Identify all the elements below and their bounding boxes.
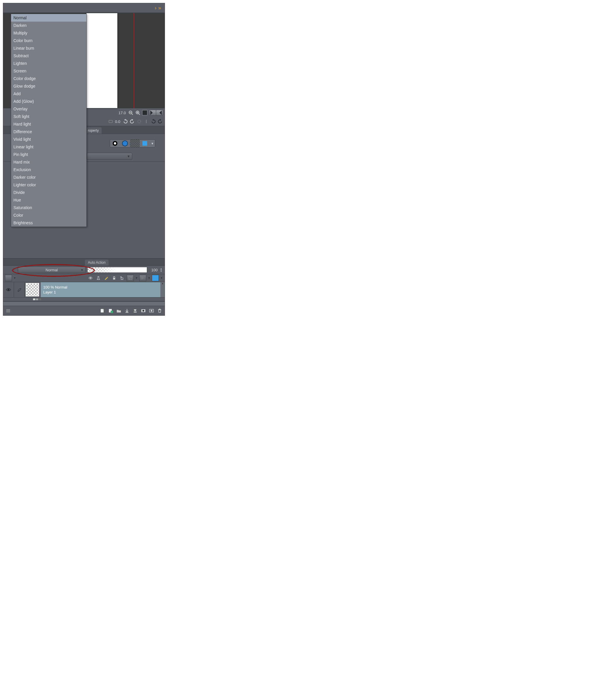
flip-horizontal-button[interactable] — [149, 110, 156, 115]
svg-point-10 — [90, 277, 91, 279]
rotate-right-icon[interactable] — [130, 119, 135, 124]
blend-mode-selected-label: Normal — [46, 268, 58, 272]
blend-mode-option[interactable]: Brightness — [11, 219, 86, 227]
draft-layer-icon[interactable] — [103, 275, 109, 281]
svg-rect-12 — [121, 278, 123, 279]
marker-icon[interactable] — [144, 119, 149, 124]
expression-color-combo[interactable]: ▼ — [87, 153, 132, 160]
blend-mode-option[interactable]: Pin light — [11, 151, 86, 158]
new-folder-icon[interactable] — [116, 308, 122, 314]
palette-cell[interactable] — [33, 298, 35, 300]
mask-enable-button[interactable] — [127, 275, 134, 281]
palette-cell[interactable] — [39, 298, 41, 300]
rotate-left2-icon[interactable] — [151, 119, 156, 124]
reset-rotation-icon[interactable] — [136, 119, 142, 124]
scroll-up-icon: ▲ — [161, 282, 164, 285]
rotate-right2-icon[interactable] — [158, 119, 163, 124]
layer-row[interactable]: 100 % Normal Layer 1 ▲ — [3, 282, 165, 297]
eye-icon — [6, 288, 11, 292]
blend-mode-option[interactable]: Lighter color — [11, 181, 86, 189]
blend-mode-option[interactable]: Multiply — [11, 29, 86, 37]
blend-mode-option[interactable]: Divide — [11, 189, 86, 196]
layer-hscroll[interactable] — [3, 301, 165, 306]
reference-layer-icon[interactable] — [95, 275, 102, 281]
rotate-left-icon[interactable] — [123, 119, 128, 124]
flip-vertical-button[interactable] — [156, 110, 162, 115]
tab-auto-action[interactable]: Auto Action — [85, 259, 108, 266]
delete-layer-icon[interactable] — [156, 308, 163, 314]
layer-color-cell-button[interactable] — [5, 275, 12, 281]
opacity-spinner[interactable]: ▲ ▼ — [159, 268, 163, 272]
blend-mode-option[interactable]: Add — [11, 90, 86, 98]
blend-mode-option[interactable]: Hue — [11, 196, 86, 204]
layer-body[interactable]: 100 % Normal Layer 1 — [41, 282, 160, 297]
spinner-down-icon[interactable]: ▼ — [159, 270, 163, 272]
clip-mask-icon[interactable] — [87, 275, 94, 281]
layer-vscroll[interactable]: ▲ — [160, 282, 165, 297]
lock-icon[interactable] — [111, 275, 117, 281]
blend-mode-option[interactable]: Subtract — [11, 52, 86, 59]
merge-down-icon[interactable] — [132, 308, 139, 314]
blend-mode-option[interactable]: Darken — [11, 22, 86, 29]
blend-mode-option[interactable]: Lighten — [11, 59, 86, 67]
blend-mode-option[interactable]: Color dodge — [11, 75, 86, 82]
tab-property[interactable]: roperty — [85, 127, 102, 134]
blend-mode-option[interactable]: Color burn — [11, 37, 86, 44]
border-color-button[interactable] — [120, 140, 130, 147]
blend-mode-option[interactable]: Color — [11, 211, 86, 219]
layer-info-line: 100 % Normal — [43, 285, 158, 290]
layer-footer-toolbar — [3, 306, 165, 316]
show-all-layers-icon[interactable] — [5, 308, 11, 314]
zoom-in-icon[interactable] — [135, 110, 141, 115]
layer-color-button[interactable] — [140, 140, 150, 147]
tone-effect-button[interactable] — [130, 140, 140, 147]
blend-mode-option[interactable]: Darker color — [11, 173, 86, 181]
blend-mode-option[interactable]: Soft light — [11, 113, 86, 120]
blend-mode-option[interactable]: Glow dodge — [11, 82, 86, 90]
blend-mode-option[interactable]: Linear burn — [11, 44, 86, 52]
create-mask-icon[interactable] — [140, 308, 147, 314]
fit-screen-icon[interactable] — [142, 110, 147, 115]
blend-mode-dropdown[interactable]: NormalDarkenMultiplyColor burnLinear bur… — [11, 14, 87, 227]
ruler-enable-button[interactable] — [139, 275, 146, 281]
blend-mode-option[interactable]: Screen — [11, 67, 86, 75]
svg-rect-19 — [126, 312, 128, 313]
zoom-out-icon[interactable] — [128, 110, 133, 115]
svg-point-8 — [138, 120, 141, 123]
blend-mode-combo[interactable]: Normal ▼ — [18, 267, 85, 273]
blend-mode-option[interactable]: Difference — [11, 128, 86, 135]
lock-transparent-icon[interactable] — [119, 275, 125, 281]
blend-mode-option[interactable]: Add (Glow) — [11, 98, 86, 105]
layer-thumbnail[interactable] — [25, 282, 41, 297]
apply-mask-icon[interactable] — [148, 308, 155, 314]
blend-mode-option[interactable]: Vivid light — [11, 135, 86, 143]
angle-value: 0.0 — [115, 120, 120, 124]
opacity-slider[interactable] — [87, 267, 147, 273]
panel-header: › » — [3, 3, 165, 13]
blend-mode-option[interactable]: Hard mix — [11, 158, 86, 166]
new-vector-layer-icon[interactable] — [107, 308, 114, 314]
blend-mode-option[interactable]: Normal — [11, 14, 86, 22]
new-raster-layer-icon[interactable] — [99, 308, 106, 314]
svg-rect-26 — [159, 309, 160, 309]
chevron-down-icon: ▼ — [127, 154, 130, 158]
border-effect-button[interactable] — [110, 140, 120, 147]
layer-ops-toolbar: ▼ ▼ ▼ ▼ — [3, 274, 165, 282]
blend-mode-option[interactable]: Hard light — [11, 120, 86, 128]
edit-target-toggle[interactable] — [14, 282, 25, 297]
blend-mode-option[interactable]: Overlay — [11, 105, 86, 113]
blend-mode-option[interactable]: Linear light — [11, 143, 86, 151]
transfer-down-icon[interactable] — [124, 308, 130, 314]
chevron-down-icon: ▼ — [160, 277, 163, 279]
something-icon[interactable] — [108, 119, 113, 124]
swatch-dropdown-icon[interactable]: ▼ — [150, 140, 155, 147]
blend-mode-option[interactable]: Exclusion — [11, 166, 86, 173]
layer-colorize-button[interactable] — [152, 275, 159, 281]
chevron-right-icon[interactable]: › — [155, 5, 156, 11]
chevron-double-right-icon[interactable]: » — [158, 5, 161, 11]
pen-icon — [17, 288, 22, 292]
svg-point-24 — [151, 310, 152, 311]
palette-cell[interactable] — [36, 298, 38, 300]
blend-mode-option[interactable]: Saturation — [11, 204, 86, 211]
visibility-toggle[interactable] — [3, 282, 14, 297]
